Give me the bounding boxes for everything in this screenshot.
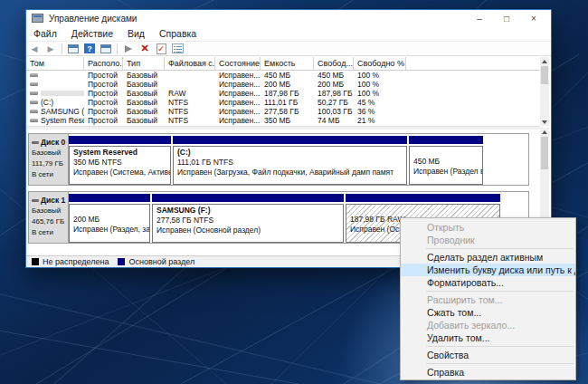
volume-capacity: 450 МБ	[261, 71, 314, 80]
volume-icon	[30, 119, 38, 122]
scroll-down-button[interactable]	[540, 118, 549, 126]
menu-separator	[426, 363, 574, 364]
menu-file[interactable]: Файл	[26, 28, 64, 39]
legend-label: Не распределена	[43, 257, 109, 266]
column-header-free-percent[interactable]: Свободно %	[354, 57, 406, 70]
help-icon[interactable]: ?	[82, 43, 97, 55]
toolbar-separator	[117, 43, 118, 54]
action-pane-icon[interactable]	[99, 43, 113, 55]
column-header-status[interactable]: Состояние	[215, 57, 261, 70]
column-header-layout[interactable]: Располо...	[84, 57, 123, 70]
volume-capacity: 111,01 ГБ	[261, 98, 314, 107]
partition-recovery[interactable]: 450 МБ Исправен (Раздел восстановле	[409, 136, 483, 185]
partition-c-drive[interactable]: (C:) 111,01 ГБ NTFS Исправен (Загрузка, …	[173, 136, 407, 185]
menu-item-delete-volume[interactable]: Удалить том...	[401, 331, 575, 344]
scrollbar-thumb[interactable]	[541, 137, 548, 169]
volume-free-percent: 100 %	[354, 89, 406, 98]
partition-title: (C:)	[177, 148, 406, 158]
volume-fs: NTFS	[165, 107, 215, 116]
column-header-filesystem[interactable]: Файловая с...	[165, 57, 215, 70]
menu-item-shrink-volume[interactable]: Сжать том...	[401, 306, 575, 319]
forward-icon[interactable]: ▶	[43, 43, 58, 55]
volume-icon	[30, 101, 38, 104]
partition-color-bar	[409, 136, 483, 144]
disk-type: Базовый	[32, 206, 68, 216]
back-icon[interactable]: ◀	[27, 43, 42, 55]
disk-type: Базовый	[32, 148, 68, 158]
maximize-button[interactable]: □	[493, 10, 520, 26]
volume-free-percent: 36 %	[354, 107, 406, 116]
partition-samsung-f[interactable]: SAMSUNG (F:) 277,58 ГБ NTFS Исправен (Ос…	[152, 194, 344, 243]
menu-view[interactable]: Вид	[120, 28, 152, 39]
table-row[interactable]: (C:) Простой Базовый NTFS Исправен... 11…	[26, 98, 540, 107]
volume-free-percent: 100 %	[354, 80, 406, 89]
check-document-icon: ✓	[156, 43, 166, 54]
menu-item-mark-active[interactable]: Сделать раздел активным	[401, 251, 575, 264]
scrollbar-thumb[interactable]	[541, 66, 548, 84]
volume-list-scrollbar[interactable]	[540, 57, 549, 126]
volume-capacity: 277,58 ГБ	[261, 107, 314, 116]
volume-free-percent: 21 %	[354, 116, 406, 125]
volume-fs: RAW	[165, 89, 215, 98]
delete-volume-icon[interactable]: ✕	[138, 43, 152, 55]
console-tree-icon[interactable]	[66, 43, 81, 55]
column-header-free[interactable]: Свобод...	[314, 57, 354, 70]
column-header-type[interactable]: Тип	[123, 57, 165, 70]
partition-200mb[interactable]: 200 МБ Исправен (Раздел, защ	[69, 194, 150, 243]
volume-capacity: 200 МБ	[261, 80, 314, 89]
partition-color-bar	[346, 194, 500, 202]
volume-free: 74 МБ	[314, 116, 354, 125]
volume-type: Базовый	[123, 116, 165, 125]
volume-free: 200 МБ	[314, 80, 354, 89]
volume-status: Исправен...	[215, 98, 261, 107]
volume-fs: NTFS	[165, 116, 215, 125]
disk-name: Диск 1	[41, 195, 65, 206]
properties-icon[interactable]	[170, 43, 185, 55]
window-glyph-icon	[68, 44, 79, 53]
table-row[interactable]: Простой Базовый Исправен... 200 МБ 200 М…	[26, 80, 540, 89]
mark-active-icon[interactable]: ✓	[154, 43, 168, 55]
volume-name: SAMSUNG (F:)	[41, 107, 84, 116]
column-header-filler	[406, 57, 540, 70]
volume-type: Базовый	[123, 80, 165, 89]
table-row[interactable]: SAMSUNG (F:) Простой Базовый NTFS Исправ…	[26, 107, 540, 116]
partition-size: 111,01 ГБ NTFS	[177, 158, 406, 168]
disk-0-row: Диск 0 Базовый 111,79 ГБ В сети System R…	[28, 133, 529, 186]
minimize-button[interactable]: –	[466, 10, 493, 26]
menu-item-open: Открыть	[401, 221, 575, 234]
close-icon: ×	[531, 14, 536, 24]
pointer-icon[interactable]	[121, 43, 136, 55]
caption-buttons: – □ ×	[466, 10, 547, 26]
volume-icon	[30, 73, 38, 77]
menu-help[interactable]: Справка	[152, 28, 204, 39]
volume-name: (C:)	[41, 98, 53, 107]
partition-system-reserved[interactable]: System Reserved 350 МБ NTFS Исправен (Си…	[69, 136, 171, 185]
table-row[interactable]: System Reserved Простой Базовый NTFS Исп…	[26, 116, 540, 125]
column-header-capacity[interactable]: Емкость	[261, 57, 314, 70]
volume-status: Исправен...	[215, 116, 261, 125]
menu-separator	[426, 248, 574, 249]
menu-item-help[interactable]: Справка	[401, 366, 575, 379]
column-header-volume[interactable]: Том	[26, 57, 84, 70]
partition-color-bar	[173, 136, 407, 144]
disk-0-label[interactable]: Диск 0 Базовый 111,79 ГБ В сети	[29, 134, 69, 185]
maximize-icon: □	[504, 14, 509, 24]
table-row[interactable]: Простой Базовый RAW Исправен... 187,98 Г…	[26, 89, 540, 98]
list-glyph-icon	[172, 43, 184, 53]
close-button[interactable]: ×	[520, 10, 547, 26]
partition-status: Исправен (Раздел восстановле	[413, 167, 482, 177]
disk-1-label[interactable]: Диск 1 Базовый 465,76 ГБ В сети	[29, 192, 69, 243]
volume-layout: Простой	[84, 98, 123, 107]
partition-status: Исправен (Раздел, защ	[73, 225, 149, 235]
menu-action[interactable]: Действие	[64, 28, 120, 39]
menu-item-properties[interactable]: Свойства	[401, 349, 575, 361]
toolbar-separator	[62, 43, 62, 54]
volume-status: Исправен...	[215, 80, 261, 89]
scroll-up-button[interactable]	[540, 57, 549, 65]
partition-status: Исправен (Загрузка, Файл подкачки, Авари…	[177, 168, 406, 178]
table-row[interactable]: Простой Базовый Исправен... 450 МБ 450 М…	[26, 71, 540, 80]
menu-item-change-drive-letter[interactable]: Изменить букву диска или путь к диску...	[401, 264, 575, 276]
scroll-up-button[interactable]	[540, 128, 549, 136]
menu-item-format[interactable]: Форматировать...	[401, 276, 575, 289]
disk-size: 465,76 ГБ	[32, 216, 68, 227]
